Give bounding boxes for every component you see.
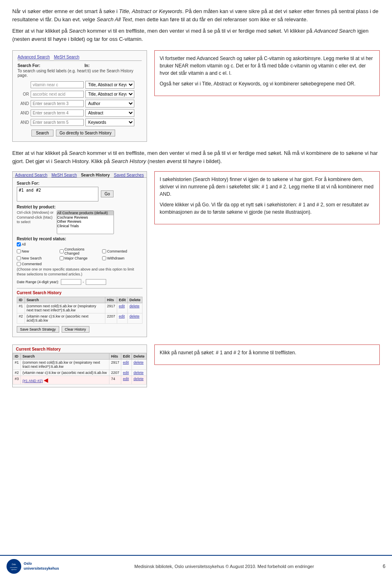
date-range-row: Date Range (4-digit year): -	[17, 279, 143, 285]
brow2-edit[interactable]: edit	[121, 370, 131, 376]
checkbox-commented-2-input[interactable]	[17, 262, 21, 266]
checkbox-conclusions-label: Conclusions Changed	[65, 247, 100, 255]
tab-search-history[interactable]: Search History	[81, 173, 110, 177]
checkbox-conclusions: Conclusions Changed	[60, 247, 100, 255]
history-footer: Save Search Strategy Clear History	[17, 326, 143, 333]
row2-edit[interactable]: edit	[117, 313, 127, 324]
row2-hits: 2207	[105, 313, 117, 324]
col-hits: Hits	[105, 297, 117, 303]
checkbox-empty-2	[102, 242, 143, 246]
date-range-label: Date Range (4-digit year):	[17, 280, 59, 284]
search-button[interactable]: Search	[31, 130, 53, 136]
checkbox-new-input[interactable]	[17, 249, 21, 253]
product-select[interactable]: All Cochrane products (default) Cochrane…	[57, 210, 114, 234]
row1-edit[interactable]: edit	[117, 303, 127, 313]
restrict-hint: Ctrl-click (Windows) or Command-click (M…	[17, 210, 53, 234]
restrict-product-row: Ctrl-click (Windows) or Command-click (M…	[17, 210, 143, 234]
checkbox-commented-2-label: Commented	[22, 262, 42, 266]
brow3-search[interactable]: (#1 AND #2) ◀	[21, 376, 109, 385]
search-hint: To search using field labels (e.g. heart…	[18, 69, 142, 78]
search-row-1: Title, Abstract or Keywords	[18, 81, 142, 89]
aside2-para2: Videre klikker vi på Go. Vi får da opp e…	[160, 201, 374, 216]
checkbox-all-input[interactable]	[17, 242, 21, 246]
field-select-4[interactable]: Abstract	[85, 109, 134, 117]
checkbox-commented-1-input[interactable]	[102, 249, 106, 253]
row2-delete[interactable]: delete	[127, 313, 142, 324]
date-from-input[interactable]	[61, 279, 81, 285]
record-status-label: Restrict by record status:	[17, 237, 143, 241]
search-input-4[interactable]	[31, 110, 84, 116]
go-history-button[interactable]: Go directly to Search History	[56, 130, 115, 136]
search-input-3[interactable]	[31, 100, 84, 107]
aside-box-1: Vi fortsetter med Advanced Search og søk…	[154, 50, 380, 96]
checkbox-commented-1: Commented	[102, 247, 143, 255]
brow1-delete[interactable]: delete	[131, 360, 146, 370]
commented-note: (Choose one or more specific statuses ab…	[17, 267, 143, 277]
brow3-delete[interactable]: delete	[131, 376, 146, 385]
footer-page-number: 6	[383, 564, 385, 569]
brow1-search: (common next cold):ti.ab.kw or (respirat…	[21, 360, 109, 370]
field-select-2[interactable]: Title, Abstract or Keywords	[85, 90, 134, 98]
brow2-search: (vitamin near c):ti.kw or (ascorbic next…	[21, 370, 109, 376]
tab-advanced-search[interactable]: Advanced Search	[18, 55, 50, 59]
brow2-delete[interactable]: delete	[131, 370, 146, 376]
history-search-input[interactable]: #1 and #2	[17, 187, 98, 201]
brow1-edit[interactable]: edit	[121, 360, 131, 370]
date-separator: -	[83, 280, 84, 284]
field-select-3[interactable]: Author	[85, 100, 134, 107]
tab-mesh[interactable]: MeSH Search	[51, 173, 77, 177]
history-row: Advanced Search MeSH Search Search Histo…	[12, 171, 380, 337]
search-row-2: OR Title, Abstract or Keywords	[18, 90, 142, 98]
checkbox-major-change: Major Change	[60, 256, 100, 260]
bottom-row-2: #2 (vitamin near c):ti.kw or (ascorbic n…	[13, 370, 147, 376]
checkbox-new-search-label: New Search	[22, 256, 42, 260]
bcol-hits: Hits	[109, 353, 121, 360]
footer-logo-text: Oslo universitetssykehus	[24, 561, 59, 571]
search-input-1[interactable]	[31, 81, 84, 88]
checkbox-withdrawn-label: Withdrawn	[107, 256, 125, 260]
field-select-5[interactable]: Keywords	[85, 119, 134, 126]
checkbox-conclusions-input[interactable]	[60, 249, 64, 253]
brow2-hits: 2207	[109, 370, 121, 376]
intro-para2: Etter at vi har klikket på Search kommer…	[12, 27, 380, 43]
current-search-history-label: Current Search History	[17, 288, 143, 295]
bcol-search: Search	[21, 353, 109, 360]
footer-copyright: Medisinsk bibliotek, Oslo universitetssy…	[66, 564, 383, 569]
row1-delete[interactable]: delete	[127, 303, 142, 313]
checkbox-new-search: New Search	[17, 256, 57, 260]
checkbox-withdrawn-input[interactable]	[102, 256, 106, 260]
tab-advanced[interactable]: Advanced Search	[15, 173, 47, 177]
clear-history-button[interactable]: Clear History	[62, 326, 89, 333]
save-strategy-button[interactable]: Save Search Strategy	[17, 326, 59, 333]
search-input-5[interactable]	[31, 119, 84, 126]
page-footer: Oslo universitets- sykehus Oslo universi…	[0, 555, 392, 577]
checkbox-new-search-input[interactable]	[17, 256, 21, 260]
brow1-id: #1	[13, 360, 21, 370]
brow2-id: #2	[13, 370, 21, 376]
date-to-input[interactable]	[86, 279, 106, 285]
field-select-1[interactable]: Title, Abstract or Keywords	[85, 81, 134, 89]
row4-prefix: AND	[18, 111, 29, 115]
tab-mesh-search[interactable]: MeSH Search	[54, 55, 79, 59]
aside-box-3: Klikk på navnet på søket: # 1 and # 2 fo…	[154, 344, 380, 365]
restrict-product-label: Restrict by product:	[17, 205, 143, 209]
brow3-edit[interactable]: edit	[121, 376, 131, 385]
checkbox-major-change-input[interactable]	[60, 256, 64, 260]
tab-saved-searches[interactable]: Saved Searches	[114, 173, 144, 177]
history-input-row: #1 and #2 Go	[17, 187, 143, 201]
history-search-for-label: Search For:	[17, 181, 143, 186]
col-search: Search	[25, 297, 105, 303]
col-id: ID	[17, 297, 25, 303]
history-go-button[interactable]: Go	[101, 190, 114, 197]
checkbox-commented-2: Commented	[17, 262, 143, 266]
checkbox-all-label: All	[22, 242, 26, 246]
bottom-history-title: Current Search History	[13, 345, 147, 353]
arrow-icon: ◀	[44, 377, 48, 383]
bcol-edit: Edit	[121, 353, 131, 360]
search-input-2[interactable]	[31, 91, 84, 98]
history-table: ID Search Hits Edit Delete #1 (common ne…	[17, 297, 143, 324]
bottom-row-3: #3 (#1 AND #2) ◀ 74 edit delete	[13, 376, 147, 385]
row1-search: (common next cold):ti.ab.kw or (respirat…	[25, 303, 105, 313]
checkbox-all: All	[17, 242, 57, 246]
svg-text:Oslo: Oslo	[12, 563, 16, 566]
